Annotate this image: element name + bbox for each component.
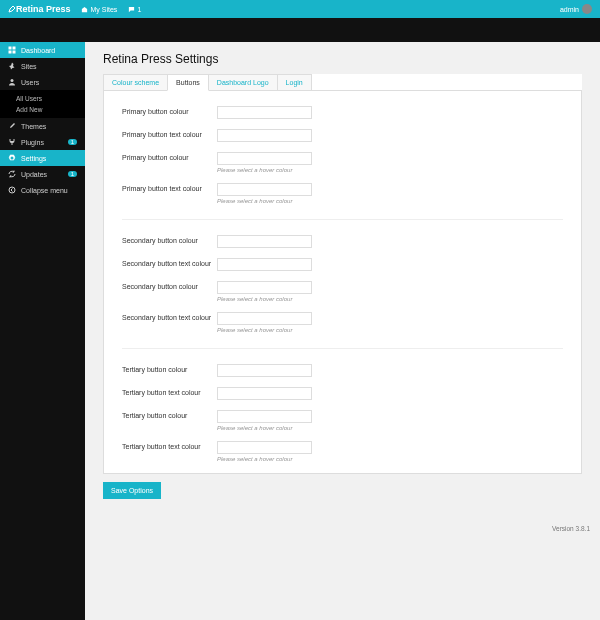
- field-label: Primary button colour: [122, 106, 217, 115]
- my-sites-link[interactable]: My Sites: [81, 5, 118, 13]
- svg-rect-2: [9, 51, 12, 54]
- field-row: Tertiary button colourPlease select a ho…: [104, 405, 581, 436]
- tab-buttons[interactable]: Buttons: [167, 74, 209, 91]
- version-label: Version 3.8.1: [85, 519, 600, 538]
- svg-rect-3: [13, 51, 16, 54]
- sidebar-item-updates[interactable]: Updates1: [0, 166, 85, 182]
- colour-input[interactable]: [217, 364, 312, 377]
- field-label: Secondary button text colour: [122, 312, 217, 321]
- settings-panel: Primary button colourPrimary button text…: [103, 91, 582, 474]
- comments-count: 1: [137, 6, 141, 13]
- field-row: Tertiary button colour: [104, 359, 581, 382]
- sidebar-item-label: Dashboard: [21, 47, 55, 54]
- brush-icon: [8, 122, 16, 130]
- refresh-icon: [8, 170, 16, 178]
- field-hint: Please select a hover colour: [217, 296, 312, 302]
- sidebar-item-label: Users: [21, 79, 39, 86]
- sidebar-item-sites[interactable]: Sites: [0, 58, 85, 74]
- field-hint: Please select a hover colour: [217, 456, 312, 462]
- field-row: Secondary button text colour: [104, 253, 581, 276]
- user-label: admin: [560, 6, 579, 13]
- colour-input[interactable]: [217, 258, 312, 271]
- field-row: Primary button text colour: [104, 124, 581, 147]
- colour-input[interactable]: [217, 410, 312, 423]
- field-label: Secondary button colour: [122, 235, 217, 244]
- field-label: Tertiary button colour: [122, 364, 217, 373]
- sidebar-item-users[interactable]: Users: [0, 74, 85, 90]
- pin-icon: [8, 62, 16, 70]
- field-label: Primary button text colour: [122, 129, 217, 138]
- comments-link[interactable]: 1: [127, 5, 141, 13]
- field-row: Tertiary button text colour: [104, 382, 581, 405]
- svg-point-5: [9, 187, 15, 193]
- dashboard-icon: [8, 46, 16, 54]
- brand-label: Retina Press: [16, 4, 71, 14]
- field-row: Primary button colourPlease select a hov…: [104, 147, 581, 178]
- field-label: Secondary button text colour: [122, 258, 217, 267]
- sidebar-submenu: All UsersAdd New: [0, 90, 85, 118]
- sidebar-badge: 1: [68, 139, 77, 145]
- field-label: Primary button colour: [122, 152, 217, 161]
- field-row: Secondary button colour: [104, 230, 581, 253]
- colour-input[interactable]: [217, 106, 312, 119]
- field-hint: Please select a hover colour: [217, 198, 312, 204]
- field-label: Tertiary button text colour: [122, 441, 217, 450]
- sidebar-item-label: Themes: [21, 123, 46, 130]
- sidebar-item-plugins[interactable]: Plugins1: [0, 134, 85, 150]
- svg-point-4: [11, 79, 14, 82]
- sidebar-sub-add-new[interactable]: Add New: [16, 104, 85, 115]
- colour-input[interactable]: [217, 387, 312, 400]
- field-label: Tertiary button colour: [122, 410, 217, 419]
- divider: [122, 219, 563, 220]
- sidebar: DashboardSitesUsersAll UsersAdd NewTheme…: [0, 42, 85, 620]
- plug-icon: [8, 138, 16, 146]
- field-label: Tertiary button text colour: [122, 387, 217, 396]
- gear-icon: [8, 154, 16, 162]
- tab-dashboard-logo[interactable]: Dashboard Logo: [208, 74, 278, 90]
- colour-input[interactable]: [217, 281, 312, 294]
- svg-rect-1: [13, 47, 16, 50]
- my-sites-label: My Sites: [91, 6, 118, 13]
- tabs: Colour schemeButtonsDashboard LogoLogin: [103, 74, 582, 91]
- avatar: [582, 4, 592, 14]
- field-row: Primary button colour: [104, 101, 581, 124]
- field-row: Secondary button colourPlease select a h…: [104, 276, 581, 307]
- colour-input[interactable]: [217, 129, 312, 142]
- pencil-icon: [8, 5, 16, 13]
- save-options-button[interactable]: Save Options: [103, 482, 161, 499]
- tab-colour-scheme[interactable]: Colour scheme: [103, 74, 168, 90]
- content-area: Retina Press Settings Colour schemeButto…: [85, 42, 600, 620]
- sidebar-item-label: Collapse menu: [21, 187, 68, 194]
- black-strip: [0, 18, 600, 42]
- colour-input[interactable]: [217, 235, 312, 248]
- colour-input[interactable]: [217, 152, 312, 165]
- sidebar-item-collapse-menu[interactable]: Collapse menu: [0, 182, 85, 198]
- colour-input[interactable]: [217, 183, 312, 196]
- page-title: Retina Press Settings: [85, 42, 600, 74]
- field-row: Secondary button text colourPlease selec…: [104, 307, 581, 338]
- sidebar-sub-all-users[interactable]: All Users: [16, 93, 85, 104]
- svg-rect-0: [9, 47, 12, 50]
- sidebar-item-themes[interactable]: Themes: [0, 118, 85, 134]
- field-label: Secondary button colour: [122, 281, 217, 290]
- user-icon: [8, 78, 16, 86]
- sidebar-item-label: Updates: [21, 171, 47, 178]
- collapse-icon: [8, 186, 16, 194]
- sidebar-item-label: Plugins: [21, 139, 44, 146]
- colour-input[interactable]: [217, 312, 312, 325]
- divider: [122, 348, 563, 349]
- house-icon: [81, 5, 89, 13]
- sidebar-badge: 1: [68, 171, 77, 177]
- user-menu[interactable]: admin: [560, 4, 592, 14]
- field-hint: Please select a hover colour: [217, 425, 312, 431]
- colour-input[interactable]: [217, 441, 312, 454]
- field-row: Tertiary button text colourPlease select…: [104, 436, 581, 467]
- sidebar-item-settings[interactable]: Settings: [0, 150, 85, 166]
- sidebar-item-label: Settings: [21, 155, 46, 162]
- admin-bar: Retina Press My Sites 1 admin: [0, 0, 600, 18]
- sidebar-item-dashboard[interactable]: Dashboard: [0, 42, 85, 58]
- field-row: Primary button text colourPlease select …: [104, 178, 581, 209]
- tab-login[interactable]: Login: [277, 74, 312, 90]
- field-label: Primary button text colour: [122, 183, 217, 192]
- field-hint: Please select a hover colour: [217, 167, 312, 173]
